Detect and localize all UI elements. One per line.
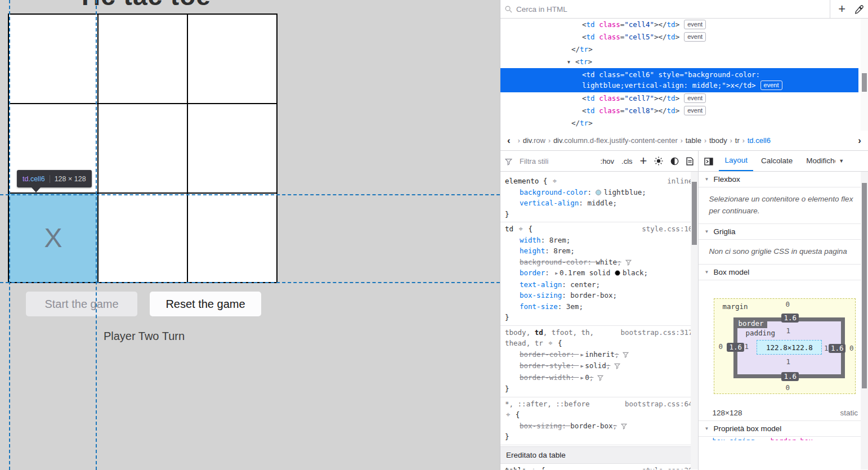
- css-rule[interactable]: elemento { ⌖inlinebackground-color: ligh…: [500, 174, 698, 222]
- breadcrumb-next-icon[interactable]: ›: [853, 135, 866, 146]
- breadcrumb-item-td.cell6[interactable]: td.cell6: [748, 136, 771, 145]
- eyedropper-icon[interactable]: [854, 4, 863, 14]
- board-cell-1[interactable]: [98, 14, 187, 104]
- highlight-selector-icon[interactable]: ⌖: [547, 339, 553, 347]
- expand-node-icon[interactable]: ▼: [567, 56, 570, 69]
- breadcrumb-item-tr[interactable]: tr: [735, 136, 740, 145]
- rule-source-link[interactable]: bootstrap.css:64: [625, 399, 692, 410]
- flexbox-section-header[interactable]: ▼ Flexbox: [699, 172, 868, 187]
- filter-styles-input[interactable]: Filtra stili: [520, 157, 593, 165]
- add-node-button[interactable]: +: [838, 3, 845, 15]
- css-property[interactable]: border-width: ▶0;: [505, 372, 692, 384]
- margin-top-value[interactable]: 0: [785, 300, 790, 308]
- board-cell-2[interactable]: [187, 14, 277, 104]
- css-property[interactable]: vertical-align: middle;: [505, 198, 692, 209]
- boxmodel-props-header[interactable]: ▼ Proprietà box model: [699, 420, 868, 437]
- box-model-diagram[interactable]: margin 0 0 0 0 border padding 1.6 1.6 1.…: [714, 298, 856, 394]
- tree-row[interactable]: <td class="cell8"></td>event: [500, 105, 858, 117]
- tree-row[interactable]: <td class="cell5"></td>event: [500, 31, 858, 43]
- rule-source-link[interactable]: style.css:20: [642, 465, 692, 469]
- layout-scrollbar[interactable]: [861, 172, 868, 469]
- grid-section-header[interactable]: ▼ Griglia: [699, 223, 868, 240]
- css-property[interactable]: border: ▶0.1rem solid black;: [505, 267, 692, 279]
- tree-row[interactable]: </tr>: [500, 43, 858, 56]
- border-left-value[interactable]: 1.6: [727, 343, 744, 352]
- board-cell-7[interactable]: [98, 193, 187, 283]
- css-property[interactable]: width: 8rem;: [505, 235, 692, 246]
- css-property[interactable]: text-align: center;: [505, 279, 692, 290]
- margin-left-value[interactable]: 0: [718, 342, 723, 351]
- overridden-filter-icon[interactable]: [610, 361, 620, 370]
- dark-scheme-icon[interactable]: [670, 156, 679, 165]
- css-rule[interactable]: table ⌖ {style.css:20: [500, 464, 698, 469]
- event-badge[interactable]: event: [684, 93, 706, 103]
- tabs-dropdown-icon[interactable]: ▼: [839, 158, 844, 164]
- margin-bottom-value[interactable]: 0: [785, 383, 790, 392]
- content-dimensions[interactable]: 122.8×122.8: [757, 340, 822, 355]
- highlight-selector-icon[interactable]: ⌖: [505, 410, 511, 419]
- event-badge[interactable]: event: [760, 80, 782, 90]
- border-bottom-value[interactable]: 1.6: [781, 372, 799, 381]
- highlight-selector-icon[interactable]: ⌖: [518, 225, 524, 233]
- breadcrumb-item-div.row[interactable]: div.row: [523, 136, 545, 145]
- css-rule[interactable]: td ⌖ {style.css:10width: 8rem;height: 8r…: [500, 222, 698, 326]
- event-badge[interactable]: event: [684, 106, 706, 115]
- tree-row[interactable]: <td class="cell4"></td>event: [500, 19, 858, 31]
- board-cell-5[interactable]: [187, 104, 277, 193]
- board-cell-4[interactable]: [98, 104, 187, 193]
- tree-row[interactable]: ▼<tr>: [500, 56, 858, 68]
- css-rule[interactable]: tbody, td, tfoot, th,bootstrap.css:317th…: [500, 326, 698, 397]
- overridden-filter-icon[interactable]: [617, 422, 627, 430]
- tab-changes[interactable]: Modifiche: [800, 151, 835, 171]
- html-search-bar[interactable]: Cerca in HTML +: [500, 0, 868, 19]
- tab-computed[interactable]: Calcolate: [755, 151, 798, 171]
- margin-right-value[interactable]: 0: [849, 344, 854, 352]
- overridden-filter-icon[interactable]: [619, 350, 629, 359]
- light-scheme-icon[interactable]: [654, 156, 663, 166]
- padding-top-value[interactable]: 1: [786, 326, 790, 335]
- highlight-selector-icon[interactable]: ⌖: [530, 466, 536, 469]
- overridden-filter-icon[interactable]: [621, 258, 632, 266]
- tab-layout[interactable]: Layout: [719, 151, 753, 171]
- padding-right-value[interactable]: 1: [824, 344, 829, 352]
- tree-row-selected[interactable]: <td class="cell6" style="background-colo…: [500, 68, 858, 92]
- border-right-value[interactable]: 1.6: [829, 344, 846, 353]
- css-property[interactable]: border-style: ▶solid;: [505, 360, 692, 372]
- breadcrumb-item-tbody[interactable]: tbody: [709, 136, 727, 145]
- tree-scrollbar[interactable]: [861, 19, 868, 131]
- css-rule[interactable]: *, ::after, ::beforebootstrap.css:64 ⌖ {…: [500, 397, 698, 445]
- start-game-button[interactable]: Start the game: [26, 292, 137, 316]
- boxmodel-section-header[interactable]: ▼ Box model: [699, 264, 868, 280]
- rule-source-link[interactable]: style.css:10: [642, 223, 692, 235]
- add-rule-button[interactable]: +: [640, 155, 647, 167]
- rules-scrollbar[interactable]: [691, 172, 698, 469]
- tree-row[interactable]: <td class="cell7"></td>event: [500, 92, 858, 105]
- css-property[interactable]: box-sizing: border-box;: [505, 420, 692, 432]
- event-badge[interactable]: event: [684, 20, 706, 29]
- css-property[interactable]: background-color: white;: [505, 257, 692, 268]
- css-property[interactable]: border-color: ▶inherit;: [505, 349, 692, 361]
- reset-game-button[interactable]: Reset the game: [150, 292, 261, 316]
- board-cell-6-highlighted[interactable]: X: [8, 193, 98, 283]
- event-badge[interactable]: event: [684, 32, 706, 42]
- tree-row[interactable]: </tr>: [500, 117, 858, 129]
- expand-sidebar-icon[interactable]: [701, 156, 717, 165]
- css-property[interactable]: box-sizing: border-box;: [505, 290, 692, 301]
- css-property[interactable]: background-color: lightblue;: [505, 187, 692, 198]
- overridden-filter-icon[interactable]: [593, 373, 603, 382]
- breadcrumb-item-div.column.d-flex.justify-content-center[interactable]: div.column.d-flex.justify-content-center: [553, 136, 678, 145]
- toggle-classes-button[interactable]: .cls: [621, 157, 633, 165]
- css-property[interactable]: height: 8rem;: [505, 245, 692, 257]
- rule-source-link[interactable]: inline: [667, 176, 692, 187]
- css-property[interactable]: font-size: 3em;: [505, 301, 692, 312]
- padding-left-value[interactable]: 1: [744, 342, 749, 351]
- padding-bottom-value[interactable]: 1: [786, 357, 790, 366]
- breadcrumb-item-table[interactable]: table: [686, 136, 701, 145]
- tree-row[interactable]: </tbody>: [500, 129, 858, 131]
- toggle-hover-button[interactable]: :hov: [601, 157, 615, 165]
- board-cell-8[interactable]: [187, 193, 277, 283]
- breadcrumb-prev-icon[interactable]: ‹: [503, 135, 515, 146]
- rule-source-link[interactable]: bootstrap.css:317: [621, 327, 693, 338]
- board-cell-0[interactable]: [8, 14, 98, 104]
- print-simulation-icon[interactable]: [686, 156, 693, 165]
